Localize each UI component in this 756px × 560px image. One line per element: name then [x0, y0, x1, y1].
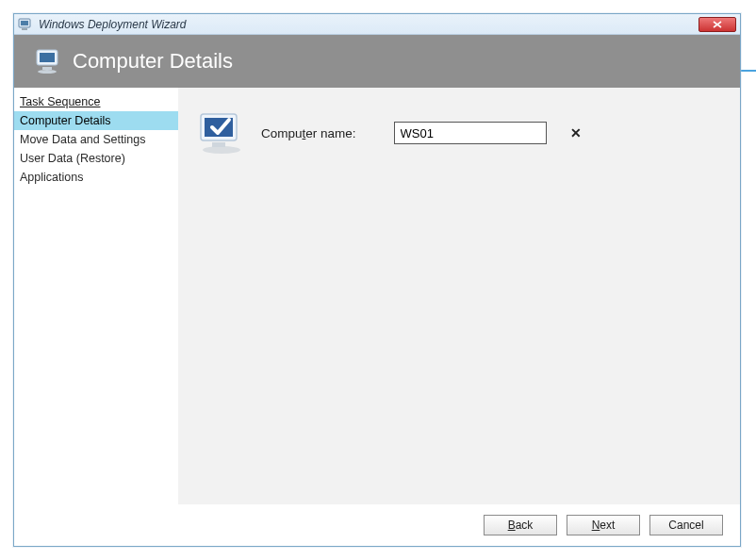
- computer-check-icon: [195, 110, 248, 156]
- clear-input-icon[interactable]: ✕: [565, 125, 587, 140]
- cancel-button[interactable]: Cancel: [649, 515, 723, 535]
- svg-point-6: [38, 70, 57, 74]
- btn-text: ext: [600, 519, 615, 532]
- btn-text: Cancel: [668, 519, 703, 532]
- computer-monitor-icon: [35, 47, 63, 75]
- computer-name-input[interactable]: [395, 124, 565, 142]
- label-part: Compu: [261, 126, 303, 140]
- svg-rect-1: [21, 21, 28, 25]
- step-sidebar: Task Sequence Computer Details Move Data…: [14, 88, 178, 504]
- svg-rect-5: [42, 67, 52, 70]
- svg-rect-4: [40, 53, 55, 62]
- wizard-footer: Back Next Cancel: [14, 504, 740, 546]
- decorative-line: [741, 70, 756, 72]
- sidebar-item-task-sequence[interactable]: Task Sequence: [14, 88, 178, 111]
- computer-name-label: Computer name:: [261, 126, 356, 140]
- svg-rect-10: [212, 142, 225, 147]
- btn-accel: B: [508, 519, 516, 532]
- btn-text: ack: [516, 519, 534, 532]
- btn-accel: N: [592, 519, 600, 532]
- window-title: Windows Deployment Wizard: [39, 18, 698, 31]
- close-button[interactable]: [698, 17, 736, 32]
- back-button[interactable]: Back: [484, 515, 557, 535]
- svg-point-7: [203, 146, 240, 154]
- sidebar-item-user-data-restore: User Data (Restore): [14, 149, 178, 168]
- sidebar-item-applications: Applications: [14, 168, 178, 187]
- svg-rect-2: [22, 28, 27, 30]
- label-part: er name:: [305, 126, 355, 140]
- page-title: Computer Details: [73, 49, 233, 74]
- wizard-window: Windows Deployment Wizard Computer Detai…: [13, 13, 741, 547]
- banner: Computer Details: [14, 35, 740, 88]
- app-icon: [18, 17, 33, 32]
- computer-name-row: Computer name: ✕: [261, 122, 547, 144]
- sidebar-item-computer-details[interactable]: Computer Details: [14, 111, 178, 130]
- content-pane: Computer name: ✕: [178, 88, 740, 504]
- sidebar-item-move-data: Move Data and Settings: [14, 130, 178, 149]
- wizard-body: Task Sequence Computer Details Move Data…: [14, 88, 740, 504]
- next-button[interactable]: Next: [567, 515, 640, 535]
- titlebar[interactable]: Windows Deployment Wizard: [14, 14, 740, 35]
- computer-name-input-wrap: ✕: [394, 122, 547, 144]
